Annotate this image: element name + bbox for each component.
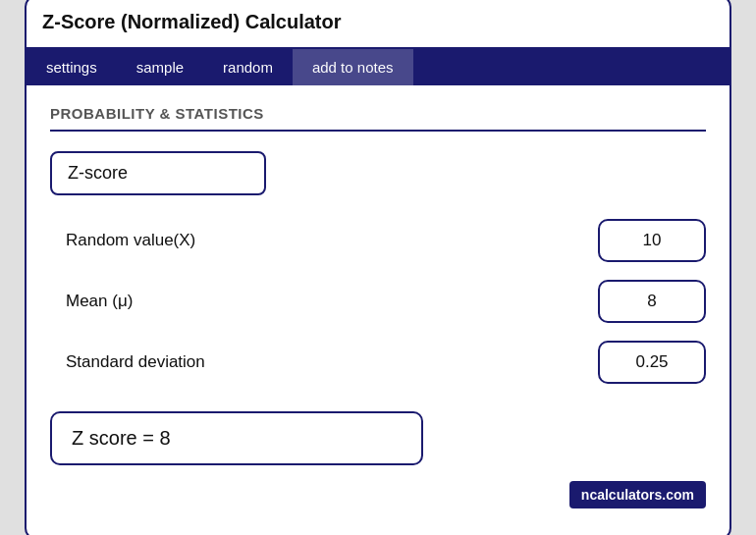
- branding-badge: ncalculators.com: [569, 481, 706, 508]
- input-mean[interactable]: [598, 280, 706, 323]
- input-x[interactable]: [598, 219, 706, 262]
- title-bar: Z-Score (Normalized) Calculator: [27, 0, 729, 49]
- nav-bar: settings sample random add to notes: [27, 49, 729, 85]
- page-title: Z-Score (Normalized) Calculator: [42, 11, 342, 32]
- nav-settings[interactable]: settings: [27, 49, 117, 85]
- field-row-mean: Mean (μ): [50, 280, 706, 323]
- calculator-container: Z-Score (Normalized) Calculator settings…: [25, 0, 731, 535]
- nav-add-to-notes[interactable]: add to notes: [293, 49, 413, 85]
- nav-random[interactable]: random: [203, 49, 293, 85]
- field-row-stddev: Standard deviation: [50, 341, 706, 384]
- nav-sample[interactable]: sample: [117, 49, 203, 85]
- result-box: Z score = 8: [50, 411, 423, 465]
- field-label-mean: Mean (μ): [66, 292, 598, 311]
- calculator-type-label: Z-score: [50, 151, 266, 195]
- branding-area: ncalculators.com: [50, 481, 706, 508]
- field-label-x: Random value(X): [66, 231, 598, 250]
- section-header: PROBABILITY & STATISTICS: [50, 105, 706, 132]
- content-area: PROBABILITY & STATISTICS Z-score Random …: [27, 85, 729, 535]
- field-row-x: Random value(X): [50, 219, 706, 262]
- input-stddev[interactable]: [598, 341, 706, 384]
- field-label-stddev: Standard deviation: [66, 352, 598, 372]
